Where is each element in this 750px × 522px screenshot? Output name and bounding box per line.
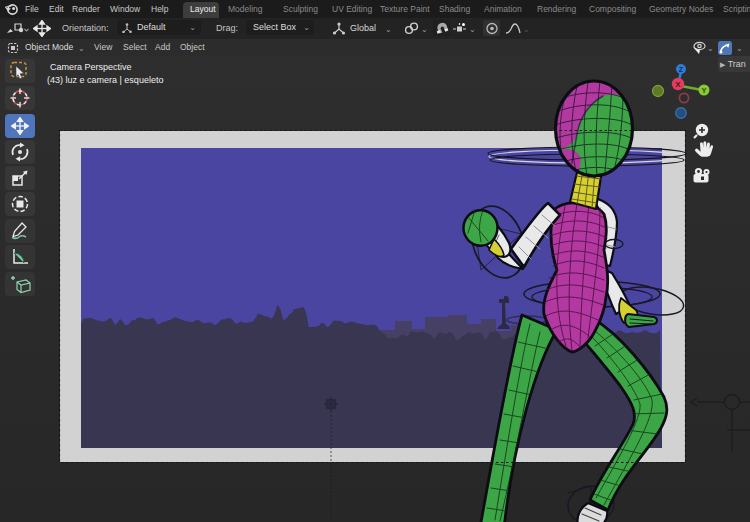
svg-text:Z: Z	[679, 66, 684, 73]
svg-text:X: X	[675, 80, 681, 89]
svg-text:Y: Y	[701, 86, 706, 95]
